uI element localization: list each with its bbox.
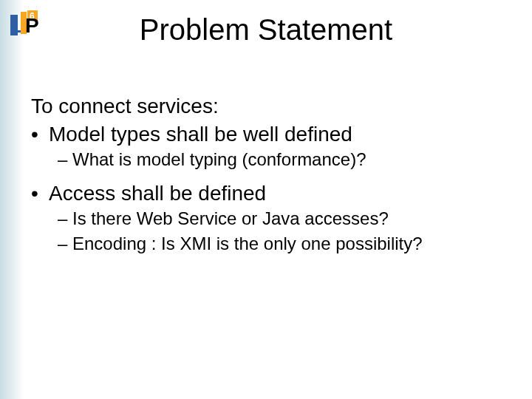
bullet-level-1: •Access shall be defined (31, 182, 504, 205)
slide-title: Problem Statement (0, 13, 532, 47)
bullet-level-1: •Model types shall be well defined (31, 123, 504, 146)
bullet-level-2: –Is there Web Service or Java accesses? (58, 208, 504, 229)
bullet-text: Encoding : Is XMI is the only one possib… (72, 233, 423, 253)
bullet-text: Access shall be defined (49, 182, 266, 205)
bullet-text: Model types shall be well defined (49, 123, 352, 146)
bullet-level-2: –Encoding : Is XMI is the only one possi… (58, 233, 504, 254)
left-gradient-bar (0, 0, 24, 399)
bullet-text: What is model typing (conformance)? (72, 149, 366, 169)
bullet-dot-icon: • (31, 123, 49, 146)
content-area: To connect services: •Model types shall … (31, 95, 504, 259)
bullet-dash-icon: – (58, 208, 72, 229)
bullet-text: Is there Web Service or Java accesses? (72, 208, 389, 228)
bullet-dash-icon: – (58, 233, 72, 254)
bullet-dot-icon: • (31, 182, 49, 205)
bullet-dash-icon: – (58, 149, 72, 170)
intro-line: To connect services: (31, 95, 504, 118)
bullet-level-2: –What is model typing (conformance)? (58, 149, 504, 170)
